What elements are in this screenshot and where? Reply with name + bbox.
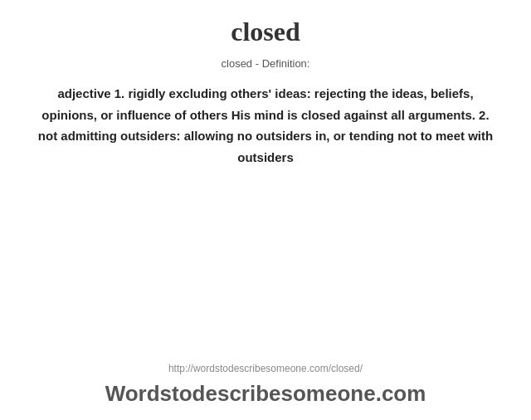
definition-body: adjective 1. rigidly excluding others' i…: [33, 83, 498, 168]
main-content: closed closed - Definition: adjective 1.…: [0, 0, 531, 363]
definition-header: closed - Definition:: [222, 57, 310, 70]
footer-url: http://wordstodescribesomeone.com/closed…: [168, 363, 363, 374]
footer-brand: Wordstodescribesomeone.com: [105, 381, 426, 407]
footer-section: http://wordstodescribesomeone.com/closed…: [0, 363, 531, 420]
page-title: closed: [231, 17, 300, 47]
